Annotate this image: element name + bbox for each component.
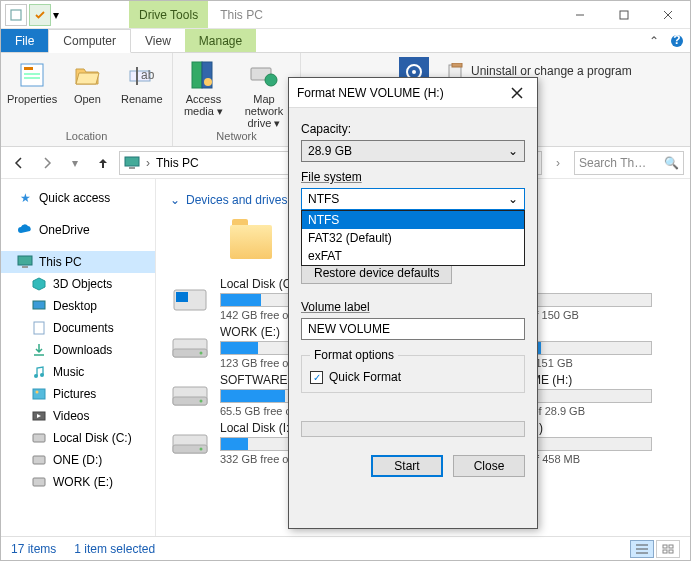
dialog-titlebar: Format NEW VOLUME (H:) [289,78,537,108]
tab-file[interactable]: File [1,29,48,52]
ribbon-properties[interactable]: Properties [7,57,57,105]
tree-documents[interactable]: Documents [1,317,155,339]
volume-label-label: Volume label [301,300,525,314]
svg-rect-2 [620,11,628,19]
ribbon-map-network[interactable]: Map network drive ▾ [234,57,294,129]
quick-format-checkbox[interactable]: ✓ Quick Format [310,370,516,384]
fs-option-fat32[interactable]: FAT32 (Default) [302,229,524,247]
quick-access-toolbar: ▾ [1,1,65,28]
chevron-down-icon: ⌄ [508,192,518,206]
ribbon-group-location-label: Location [7,130,166,142]
status-selection: 1 item selected [74,542,155,556]
capacity-select[interactable]: 28.9 GB ⌄ [301,140,525,162]
svg-rect-35 [33,478,45,486]
search-box[interactable]: Search Th… 🔍 [574,151,684,175]
tree-one-d[interactable]: ONE (D:) [1,449,155,471]
qat-dropdown[interactable]: ▾ [53,8,61,22]
qat-properties-button[interactable] [5,4,27,26]
tree-this-pc[interactable]: This PC [1,251,155,273]
format-options-group: Format options ✓ Quick Format [301,348,525,393]
tab-view[interactable]: View [131,29,185,52]
svg-rect-34 [33,456,45,464]
close-button[interactable]: Close [453,455,525,477]
ribbon-rename[interactable]: ab Rename [118,57,166,105]
nav-back[interactable] [7,151,31,175]
filesystem-label: File system [301,170,525,184]
ribbon-tabs: File Computer View Manage ⌃ ? [1,29,690,53]
dialog-close-button[interactable] [505,81,529,105]
open-icon [71,59,103,91]
tab-manage[interactable]: Manage [185,29,256,52]
minimize-button[interactable] [558,1,602,28]
svg-point-49 [200,400,203,403]
ribbon-collapse[interactable]: ⌃ [644,29,664,52]
svg-rect-12 [192,62,202,88]
nav-recent[interactable]: ▾ [63,151,87,175]
hdd-icon [170,284,210,314]
view-details-button[interactable] [630,540,654,558]
maximize-button[interactable] [602,1,646,28]
svg-rect-6 [24,67,33,70]
view-large-button[interactable] [656,540,680,558]
search-icon: 🔍 [664,156,679,170]
title-bar: ▾ Drive Tools This PC [1,1,690,29]
tree-downloads[interactable]: Downloads [1,339,155,361]
cube-icon [31,276,47,292]
ribbon-group-network-label: Network [179,130,294,142]
nav-up[interactable] [91,151,115,175]
documents-icon [31,320,47,336]
help-button[interactable]: ? [664,29,690,52]
tree-3d-objects[interactable]: 3D Objects [1,273,155,295]
start-button[interactable]: Start [371,455,443,477]
tree-local-c[interactable]: Local Disk (C:) [1,427,155,449]
tree-pictures[interactable]: Pictures [1,383,155,405]
search-placeholder: Search Th… [579,156,646,170]
nav-tree: ★Quick access OneDrive This PC 3D Object… [1,179,156,539]
volume-label-input[interactable]: NEW VOLUME [301,318,525,340]
svg-rect-21 [452,63,462,67]
svg-rect-24 [18,256,32,265]
svg-point-29 [40,373,44,377]
nav-forward[interactable] [35,151,59,175]
svg-point-16 [265,74,277,86]
ribbon-open[interactable]: Open [63,57,111,105]
tree-quick-access[interactable]: ★Quick access [1,187,155,209]
nav-next-pane[interactable]: › [546,151,570,175]
svg-rect-8 [24,77,40,79]
window-title: This PC [208,1,558,28]
svg-rect-59 [663,545,667,548]
chevron-down-icon: ⌄ [170,193,180,207]
svg-rect-27 [34,322,44,334]
svg-text:ab: ab [141,68,155,82]
dialog-title: Format NEW VOLUME (H:) [297,86,505,100]
hdd-icon [31,452,47,468]
filesystem-select[interactable]: NTFS ⌄ NTFS FAT32 (Default) exFAT [301,188,525,210]
ribbon-access-media[interactable]: Access media ▾ [179,57,228,129]
breadcrumb-thispc[interactable]: This PC [156,156,199,170]
fs-option-exfat[interactable]: exFAT [302,247,524,265]
tab-computer[interactable]: Computer [48,29,131,53]
hdd-icon [31,474,47,490]
cloud-icon [17,222,33,238]
hdd-icon [170,332,210,362]
hdd-icon [170,380,210,410]
folder-icon[interactable] [230,225,272,259]
fs-option-ntfs[interactable]: NTFS [302,211,524,229]
svg-rect-60 [669,545,673,548]
star-icon: ★ [17,190,33,206]
svg-point-31 [36,391,39,394]
svg-rect-0 [11,10,21,20]
tree-work-e[interactable]: WORK (E:) [1,471,155,493]
tree-desktop[interactable]: Desktop [1,295,155,317]
downloads-icon [31,342,47,358]
tree-music[interactable]: Music [1,361,155,383]
network-drive-icon [248,59,280,91]
tree-videos[interactable]: Videos [1,405,155,427]
close-button[interactable] [646,1,690,28]
svg-rect-7 [24,73,40,75]
svg-rect-25 [22,266,28,268]
status-bar: 17 items 1 item selected [1,536,690,560]
qat-checked-button[interactable] [29,4,51,26]
tree-onedrive[interactable]: OneDrive [1,219,155,241]
svg-text:?: ? [673,34,680,47]
